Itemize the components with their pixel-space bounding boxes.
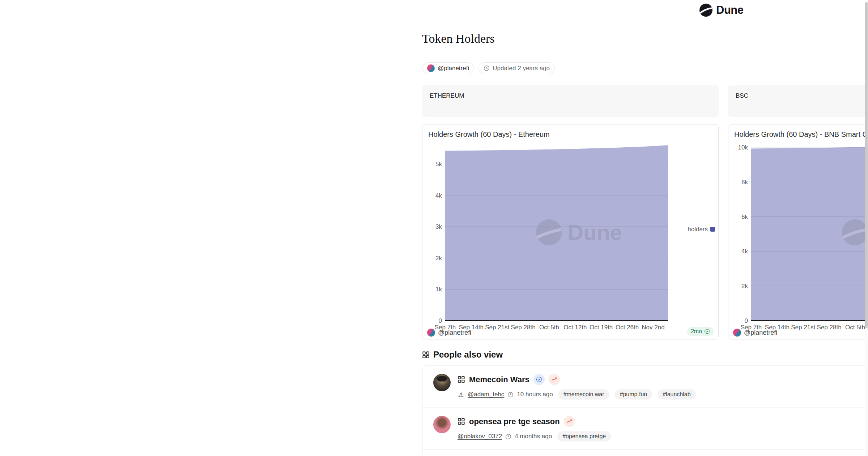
y-tick-label: 8k bbox=[741, 179, 748, 186]
page-title: Token Holders bbox=[422, 32, 495, 46]
y-tick-label: 2k bbox=[435, 255, 442, 262]
updated-badge: Updated 2 years ago bbox=[478, 62, 555, 74]
dashboard-page: Dune Token Holders @planetrefi Updated 2… bbox=[0, 0, 868, 456]
people-also-view-header: People also view bbox=[422, 350, 503, 360]
item-body: opensea pre tge season@oblakov_03724 mon… bbox=[458, 416, 611, 442]
people-also-view-title: People also view bbox=[433, 350, 503, 360]
y-tick-label: 2k bbox=[741, 283, 748, 290]
y-tick-label: 1k bbox=[435, 286, 442, 293]
dune-logo[interactable]: Dune bbox=[699, 4, 744, 17]
list-item[interactable]: Memecoin Wars@adam_tehc10 hours ago#meme… bbox=[422, 366, 868, 408]
chart-age-badge[interactable]: 2mo bbox=[687, 327, 714, 336]
y-tick-label: 5k bbox=[435, 161, 442, 168]
x-tick-label: Nov 2nd bbox=[642, 324, 664, 331]
wizard-hat-icon bbox=[458, 391, 464, 398]
freshness-check-icon bbox=[704, 329, 710, 334]
dashboard-meta-row: @planetrefi Updated 2 years ago bbox=[422, 62, 555, 74]
chart-author-label[interactable]: @planetrefi bbox=[744, 329, 777, 337]
dune-watermark-icon: Dune bbox=[536, 219, 622, 245]
y-tick-label: 0 bbox=[439, 317, 442, 324]
tag-pill[interactable]: #pump.fun bbox=[615, 389, 652, 400]
text-widget-bsc: BSC bbox=[728, 85, 868, 117]
author-avatar bbox=[427, 64, 435, 72]
x-tick-label: Sep 21st bbox=[485, 324, 509, 331]
updated-badge-label: Updated 2 years ago bbox=[493, 65, 550, 72]
y-tick-label: 4k bbox=[435, 192, 442, 199]
x-tick-label: Oct 5th bbox=[845, 324, 865, 331]
verified-badge-icon bbox=[533, 374, 545, 385]
chart-card-ethereum: 01k2k3k4k5kDuneSep 7thSep 14thSep 21stSe… bbox=[422, 124, 719, 339]
text-widget-label: ETHEREUM bbox=[430, 92, 464, 99]
x-tick-label: Sep 28th bbox=[817, 324, 842, 331]
chart-footer: @planetrefi bbox=[427, 329, 471, 337]
x-tick-label: Sep 28th bbox=[511, 324, 536, 331]
dune-wordmark: Dune bbox=[716, 4, 744, 17]
x-tick-label: Sep 21st bbox=[791, 324, 815, 331]
chart-author-avatar bbox=[733, 329, 741, 337]
dashboard-grid-icon bbox=[458, 376, 465, 383]
author-badge[interactable]: @planetrefi bbox=[422, 62, 474, 74]
item-avatar[interactable] bbox=[433, 416, 451, 433]
y-tick-label: 4k bbox=[741, 248, 748, 255]
chart-author-label[interactable]: @planetrefi bbox=[438, 329, 471, 337]
scrollbar-thumb[interactable] bbox=[865, 2, 868, 328]
chart-title: Holders Growth (60 Days) - Ethereum bbox=[428, 130, 550, 139]
x-tick-label: Oct 26th bbox=[616, 324, 639, 331]
chart-card-bsc: 02k4k6k8k10kDuneSep 7thSep 14thSep 21stS… bbox=[728, 124, 868, 339]
x-tick-label: Oct 12th bbox=[563, 324, 587, 331]
list-item-meta: @adam_tehc10 hours ago#memecoin war#pump… bbox=[458, 389, 696, 400]
item-avatar[interactable] bbox=[433, 374, 451, 391]
dashboard-grid-icon bbox=[422, 351, 430, 359]
item-updated-time: 10 hours ago bbox=[517, 391, 553, 398]
area-chart-bsc[interactable]: 02k4k6k8k10kDuneSep 7thSep 14thSep 21stS… bbox=[728, 125, 868, 341]
item-author-link[interactable]: @adam_tehc bbox=[468, 391, 504, 398]
chart-type-icon bbox=[564, 416, 575, 427]
item-body: Memecoin Wars@adam_tehc10 hours ago#meme… bbox=[458, 374, 696, 400]
list-item-meta: @oblakov_03724 months ago#opensea pretge bbox=[458, 431, 611, 442]
chart-footer: @planetrefi bbox=[733, 329, 777, 337]
item-title-line: opensea pre tge season bbox=[458, 416, 611, 427]
area-chart-ethereum[interactable]: 01k2k3k4k5kDuneSep 7thSep 14thSep 21stSe… bbox=[422, 125, 719, 341]
tag-pill[interactable]: #launchlab bbox=[658, 389, 695, 400]
x-tick-label: Oct 19th bbox=[590, 324, 613, 331]
item-updated-time: 4 months ago bbox=[515, 433, 552, 440]
legend-swatch[interactable] bbox=[710, 227, 715, 232]
chart-type-icon bbox=[549, 374, 560, 385]
list-item[interactable]: opensea pre tge season@oblakov_03724 mon… bbox=[422, 408, 868, 449]
text-widget-label: BSC bbox=[736, 92, 748, 99]
clock-icon bbox=[505, 434, 511, 440]
clock-icon bbox=[484, 65, 490, 71]
y-tick-label: 3k bbox=[435, 223, 442, 230]
tag-pill[interactable]: #opensea pretge bbox=[557, 431, 611, 442]
text-widget-ethereum: ETHEREUM bbox=[422, 85, 719, 117]
legend-label[interactable]: holders bbox=[688, 226, 708, 233]
scrollbar-track[interactable] bbox=[865, 0, 868, 456]
item-author-link[interactable]: @oblakov_0372 bbox=[458, 433, 502, 440]
dune-logo-icon bbox=[699, 4, 712, 17]
y-tick-label: 10k bbox=[738, 144, 748, 151]
dune-watermark-icon: Dune bbox=[842, 219, 868, 245]
dashboard-grid-icon bbox=[458, 418, 465, 425]
people-also-view-card: Memecoin Wars@adam_tehc10 hours ago#meme… bbox=[422, 366, 868, 456]
y-tick-label: 0 bbox=[745, 317, 748, 324]
chart-title: Holders Growth (60 Days) - BNB Smart Cha… bbox=[734, 130, 868, 139]
svg-text:Dune: Dune bbox=[568, 220, 622, 245]
x-tick-label: Oct 5th bbox=[539, 324, 559, 331]
list-item[interactable]: opensea stats of pre tge for each wave (… bbox=[422, 449, 868, 456]
clock-icon bbox=[507, 392, 514, 398]
chart-author-avatar bbox=[427, 329, 435, 337]
item-title-line: Memecoin Wars bbox=[458, 374, 696, 385]
author-badge-label: @planetrefi bbox=[438, 65, 469, 72]
item-title[interactable]: opensea pre tge season bbox=[469, 417, 560, 426]
y-tick-label: 6k bbox=[741, 214, 748, 220]
tag-pill[interactable]: #memecoin war bbox=[558, 389, 609, 400]
item-title[interactable]: Memecoin Wars bbox=[469, 375, 529, 384]
chart-age-label: 2mo bbox=[691, 328, 702, 335]
